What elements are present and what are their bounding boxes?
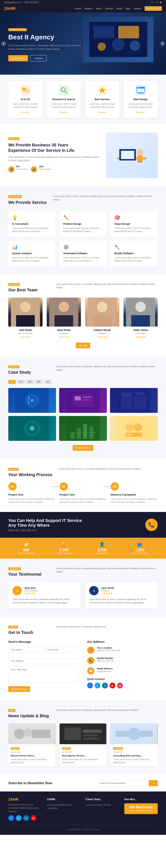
step-1-title: Project One (8, 493, 55, 496)
service-card-desc-ui: Lorem ipsum dolor sit amet consectetur a… (11, 102, 39, 108)
step-2-connector (103, 487, 110, 487)
svg-point-10 (26, 89, 29, 92)
hero-contact-btn[interactable]: Contact Now (8, 55, 28, 61)
newsletter-submit-button[interactable]: → (149, 780, 158, 786)
process-section: Process Your Working Process Lorem ipsum… (0, 459, 166, 512)
contact-ig-icon[interactable]: ig (117, 683, 123, 688)
testimonial-2: J Jane Smith Designer ★★★★★ Lorem ipsum … (85, 582, 158, 609)
nav-blog[interactable]: Blog (126, 7, 130, 10)
blog-img-3 (111, 723, 158, 744)
footer-yt-icon[interactable]: ▶ (31, 815, 36, 821)
blog-description: Lorem ipsum dolor sit amet, consectetur … (56, 709, 158, 712)
testimonial-1-role: CEO Company (24, 590, 38, 592)
team-badge: Our Team (8, 283, 20, 286)
contact-info-heading: Our Address (87, 640, 158, 644)
svg-rect-19 (138, 93, 144, 94)
hero-service-btn[interactable]: ↓ Service (30, 55, 47, 61)
hero-badge: #1 Best IT Service (8, 28, 27, 31)
step-1-desc: Lorem ipsum dolor sit amet consectetur a… (8, 497, 55, 504)
team-member-2-name: Akad Shaik (47, 329, 81, 332)
contact-li-icon[interactable]: in (102, 683, 108, 688)
blog-badge: Blog (8, 709, 16, 712)
hire-btn[interactable]: Hire Agency (145, 6, 162, 11)
phone-icon: 📞 (87, 657, 94, 664)
process-header-left: Process Your Working Process (8, 467, 53, 477)
contact-message-input[interactable] (8, 666, 79, 683)
filter-01[interactable]: 01 (8, 380, 16, 384)
tw-icon[interactable]: t (154, 1, 155, 4)
service-card-title-web: Web Design (127, 98, 155, 101)
filter-02[interactable]: 02 (17, 380, 25, 384)
hero-buttons: Contact Now ↓ Service (8, 55, 81, 61)
blog-excerpt-1: Lorem ipsum dolor sit amet consectetur a… (11, 758, 53, 764)
nav-study[interactable]: Study (116, 7, 122, 10)
svg-rect-76 (32, 730, 50, 738)
filter-04[interactable]: 04 (35, 380, 42, 384)
contact-name-input[interactable] (8, 647, 42, 653)
li-icon[interactable]: in (157, 1, 158, 4)
provide-service-header: Our Service We Provide Service Lorem ips… (8, 195, 158, 205)
provide-badge: Our Service (8, 195, 22, 198)
team-member-2-role: Developer (47, 332, 81, 335)
nav-pages[interactable]: Pages ▾ (84, 7, 93, 10)
case-filter-bar: 01 02 03 04 05 (8, 380, 158, 384)
team-member-4-stars: ★★★★★ (123, 336, 158, 338)
not-found-desc: Lorem ipsum dolor sit amet. (127, 809, 156, 812)
service-card-link-ui[interactable]: Readless (21, 111, 30, 114)
service-card-link-best[interactable]: Readless (98, 111, 107, 114)
team-photo-4 (123, 298, 158, 327)
nav-about[interactable]: About (96, 7, 102, 10)
testimonial-section: Testimonial Your Testimonial Lorem ipsum… (0, 559, 166, 617)
nav-service[interactable]: Service (105, 7, 113, 10)
years-together-text: 120+ Years Together (39, 165, 51, 174)
view-portfolio-button[interactable]: View Portfolio (73, 445, 93, 451)
contact-subject-field (8, 658, 79, 664)
stat-projects-label: Project Completed (8, 552, 44, 555)
service-card-link-web[interactable]: Readless (136, 111, 145, 114)
newsletter-input[interactable] (97, 780, 149, 786)
case-study-section: Our Work Case Study Lorem ipsum dolor si… (0, 356, 166, 459)
hire-me-button[interactable]: Hire Me (76, 343, 90, 348)
case-grid: SHOP (8, 388, 158, 441)
footer-fb-icon[interactable]: f (8, 815, 14, 821)
filter-03[interactable]: 03 (26, 380, 33, 384)
yt-icon[interactable]: ▶ (160, 1, 162, 4)
service-card-link-research[interactable]: Readless (60, 111, 68, 114)
service-card-desc-web: Lorem ipsum dolor sit amet consectetur a… (127, 102, 155, 108)
contact-info: Our Address 📍 Your Location Street 12, N… (87, 640, 158, 692)
testimonial-2-name: Jane Smith (101, 587, 114, 590)
about-stats: 👤 50+ Years Expert 👥 120+ Years Together (8, 165, 100, 174)
case-img-2 (59, 388, 107, 413)
fb-icon[interactable]: f (152, 1, 152, 4)
about-content: About Us We Provide Business 35 YearsExp… (8, 137, 100, 174)
contact-email-input[interactable] (45, 647, 79, 653)
footer-li-icon[interactable]: in (23, 815, 29, 821)
svg-rect-39 (131, 315, 150, 327)
consultants-icon: 👥 (122, 542, 158, 547)
footer-tw-icon[interactable]: t (16, 815, 22, 821)
hero-next-arrow[interactable]: ❯ (160, 41, 165, 46)
logo[interactable]: ZAHIR (4, 6, 16, 11)
contact-subject-input[interactable] (8, 658, 79, 664)
contact-tw-icon[interactable]: t (94, 683, 101, 688)
svg-rect-27 (138, 161, 143, 162)
svg-rect-11 (59, 85, 69, 95)
step-1-connector (52, 487, 58, 487)
contact-yt-icon[interactable]: ▶ (110, 683, 115, 688)
footer: ZAHIR Lorem ipsum dolor sit amet consect… (0, 792, 166, 835)
contact-submit-button[interactable]: Send Message (8, 686, 30, 692)
service-modify-title: Modify Software (114, 252, 154, 255)
process-description: Lorem ipsum dolor sit amet, consectetur … (59, 467, 158, 471)
nav-home[interactable]: Home (75, 7, 81, 10)
system-analysis-icon: 📊 (12, 245, 52, 250)
top-bar-social: f t in ▶ (152, 1, 162, 4)
team-member-4-role: Consultant (123, 332, 158, 335)
case-img-3 (110, 388, 158, 413)
hero-prev-arrow[interactable]: ❮ (1, 41, 6, 46)
case-card-1 (8, 388, 56, 413)
testimonial-1-name: John Doe (24, 587, 38, 590)
contact-fb-icon[interactable]: f (87, 683, 93, 688)
svg-point-44 (30, 399, 34, 402)
filter-05[interactable]: 05 (44, 380, 52, 384)
nav-contact[interactable]: Contact (133, 7, 141, 10)
